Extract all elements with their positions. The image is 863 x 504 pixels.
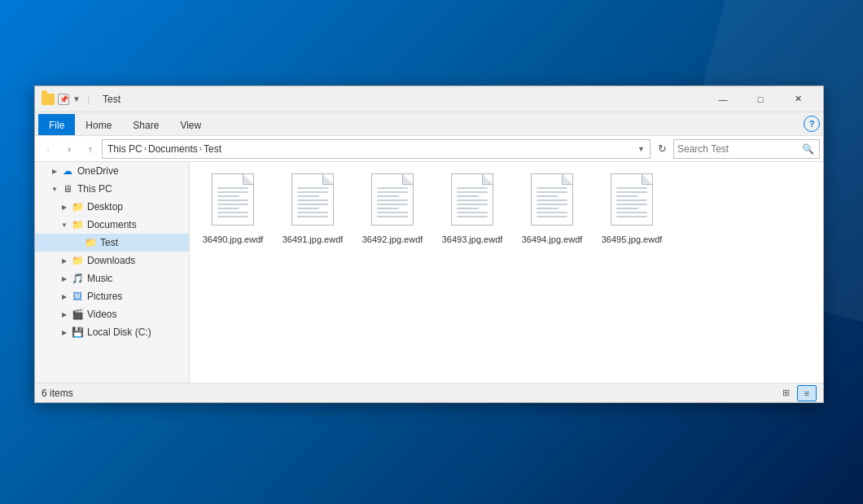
drive-icon: 💾 [71, 326, 84, 339]
file-name-file3: 36492.jpg.ewdf [362, 234, 423, 245]
item-count: 6 items [42, 388, 776, 399]
ribbon: File Home Share View ? [35, 112, 823, 136]
window-title: Test [103, 94, 704, 105]
view-controls: ⊞ ≡ [776, 385, 817, 401]
titlebar: 📌 ▼ | Test — □ ✕ [35, 86, 823, 112]
expander-test [71, 236, 84, 249]
desktop-label: Desktop [87, 201, 123, 213]
expander-pictures[interactable]: ▶ [58, 290, 71, 303]
close-button[interactable]: ✕ [779, 86, 817, 112]
tab-share[interactable]: Share [122, 114, 169, 135]
view-list-button[interactable]: ≡ [797, 385, 817, 401]
sidebar-item-this-pc[interactable]: ▼ 🖥 This PC [35, 180, 189, 198]
file-icon-file6 [607, 173, 656, 230]
expander-documents[interactable]: ▼ [58, 218, 71, 231]
pictures-label: Pictures [87, 291, 122, 302]
sidebar-item-downloads[interactable]: ▶ 📁 Downloads [35, 252, 189, 270]
file-icon-file2 [288, 173, 337, 230]
titlebar-separator: | [87, 94, 90, 105]
sidebar-item-desktop[interactable]: ▶ 📁 Desktop [35, 198, 189, 216]
search-input[interactable] [677, 143, 799, 155]
pictures-icon: 🖼 [71, 290, 84, 303]
search-button[interactable]: 🔍 [799, 140, 816, 158]
ribbon-tabs: File Home Share View ? [35, 112, 823, 135]
videos-label: Videos [87, 309, 116, 320]
maximize-button[interactable]: □ [742, 86, 779, 112]
back-button[interactable]: ‹ [38, 139, 58, 159]
breadcrumb-sep-1: › [144, 144, 147, 153]
breadcrumb-test[interactable]: Test [204, 143, 221, 155]
file-icon-file3 [368, 173, 417, 230]
content-area: ▶ ☁ OneDrive ▼ 🖥 This PC ▶ 📁 Desktop [35, 162, 823, 383]
statusbar: 6 items ⊞ ≡ [35, 383, 823, 402]
sidebar-scroll: ▶ ☁ OneDrive ▼ 🖥 This PC ▶ 📁 Desktop [35, 162, 189, 383]
minimize-button[interactable]: — [704, 86, 742, 112]
expander-downloads[interactable]: ▶ [58, 254, 71, 267]
titlebar-controls: — □ ✕ [704, 86, 817, 112]
sidebar-item-local-disk[interactable]: ▶ 💾 Local Disk (C:) [35, 323, 189, 341]
tab-home[interactable]: Home [75, 114, 122, 135]
titlebar-arrow: ▼ [72, 94, 81, 103]
sidebar-item-documents[interactable]: ▼ 📁 Documents [35, 216, 189, 234]
address-path[interactable]: This PC › Documents › Test ▼ [102, 139, 651, 159]
expander-music[interactable]: ▶ [58, 272, 71, 285]
file-area: 36490.jpg.ewdf36491.jpg.ewdf36492.jpg.ew… [190, 162, 823, 383]
quick-access-pin[interactable]: 📌 [58, 94, 69, 105]
this-pc-label: This PC [77, 183, 112, 195]
addressbar: ‹ › ↑ This PC › Documents › Test ▼ ↻ 🔍 [35, 136, 823, 162]
expander-desktop[interactable]: ▶ [58, 200, 71, 213]
file-item-file6[interactable]: 36495.jpg.ewdf [595, 169, 668, 250]
file-name-file4: 36493.jpg.ewdf [442, 234, 503, 245]
search-box[interactable]: 🔍 [673, 139, 820, 159]
refresh-button[interactable]: ↻ [652, 139, 672, 159]
file-item-file3[interactable]: 36492.jpg.ewdf [356, 169, 429, 250]
music-icon: 🎵 [71, 272, 84, 285]
titlebar-icons: 📌 ▼ | [42, 94, 93, 105]
sidebar: ▶ ☁ OneDrive ▼ 🖥 This PC ▶ 📁 Desktop [35, 162, 190, 383]
help-button[interactable]: ? [804, 116, 820, 132]
sidebar-item-videos[interactable]: ▶ 🎬 Videos [35, 305, 189, 323]
file-item-file4[interactable]: 36493.jpg.ewdf [436, 169, 509, 250]
file-icon-file4 [448, 173, 497, 230]
expander-onedrive[interactable]: ▶ [48, 164, 61, 177]
file-name-file5: 36494.jpg.ewdf [522, 234, 583, 245]
expander-this-pc[interactable]: ▼ [48, 182, 61, 195]
breadcrumb-sep-2: › [199, 144, 202, 153]
sidebar-item-music[interactable]: ▶ 🎵 Music [35, 270, 189, 287]
window-folder-icon [42, 94, 55, 105]
sidebar-item-onedrive[interactable]: ▶ ☁ OneDrive [35, 162, 189, 180]
file-icon-file1 [208, 173, 257, 230]
documents-label: Documents [87, 219, 137, 230]
onedrive-icon: ☁ [61, 164, 74, 177]
pc-icon: 🖥 [61, 182, 74, 195]
downloads-icon: 📁 [71, 254, 84, 267]
explorer-window: 📌 ▼ | Test — □ ✕ File Home Share View ? … [34, 85, 824, 403]
file-icon-file5 [528, 173, 576, 230]
file-item-file2[interactable]: 36491.jpg.ewdf [276, 169, 349, 250]
view-tiles-button[interactable]: ⊞ [776, 385, 795, 401]
up-button[interactable]: ↑ [81, 139, 100, 159]
expander-local-disk[interactable]: ▶ [58, 326, 71, 339]
expander-videos[interactable]: ▶ [58, 308, 71, 321]
tab-view[interactable]: View [169, 114, 212, 135]
address-dropdown-icon[interactable]: ▼ [637, 145, 645, 153]
sidebar-item-test[interactable]: 📁 Test [35, 234, 189, 252]
forward-button[interactable]: › [59, 139, 79, 159]
tab-file[interactable]: File [38, 114, 75, 135]
file-item-file5[interactable]: 36494.jpg.ewdf [515, 169, 589, 250]
file-item-file1[interactable]: 36490.jpg.ewdf [196, 169, 269, 250]
desktop-icon: 📁 [71, 200, 84, 213]
file-name-file6: 36495.jpg.ewdf [602, 234, 663, 245]
sidebar-item-pictures[interactable]: ▶ 🖼 Pictures [35, 287, 189, 305]
test-folder-icon: 📁 [84, 236, 97, 249]
test-label: Test [100, 237, 118, 248]
onedrive-label: OneDrive [77, 165, 119, 177]
videos-icon: 🎬 [71, 308, 84, 321]
breadcrumb: This PC › Documents › Test [107, 143, 221, 155]
file-name-file1: 36490.jpg.ewdf [203, 234, 264, 245]
breadcrumb-documents[interactable]: Documents [148, 143, 198, 155]
local-disk-label: Local Disk (C:) [87, 327, 151, 338]
file-name-file2: 36491.jpg.ewdf [283, 234, 344, 245]
music-label: Music [87, 273, 112, 284]
breadcrumb-this-pc[interactable]: This PC [107, 143, 142, 155]
